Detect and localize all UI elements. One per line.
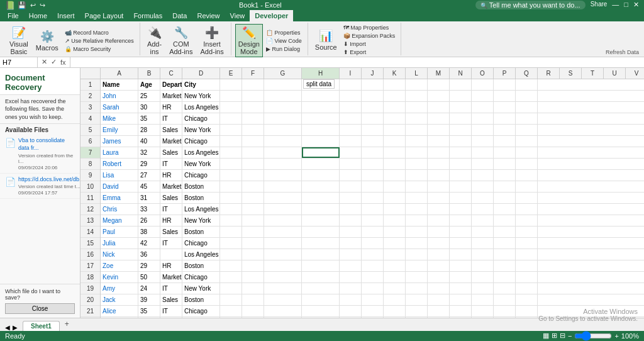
record-macro-button[interactable]: 📹 Record Macro (63, 29, 136, 36)
cell-13-C[interactable]: HR (160, 215, 182, 226)
cell-21-O[interactable] (472, 306, 494, 316)
cell-5-F[interactable] (242, 125, 264, 135)
cell-16-F[interactable] (242, 249, 264, 260)
run-dialog-button[interactable]: ▶ Run Dialog (264, 45, 304, 53)
cell-4-F[interactable] (242, 113, 264, 124)
cell-3-Q[interactable] (516, 102, 538, 113)
cell-8-E[interactable] (220, 159, 242, 169)
tab-home[interactable]: Home (24, 10, 52, 21)
col-F[interactable]: F (242, 68, 264, 79)
cell-22-G[interactable] (264, 317, 302, 318)
cell-21-A[interactable]: Alice (101, 306, 138, 316)
cell-17-K[interactable] (384, 260, 406, 271)
cell-12-M[interactable] (428, 204, 450, 215)
cell-8-J[interactable] (362, 159, 384, 169)
cell-12-F[interactable] (242, 204, 264, 215)
cell-16-C[interactable] (160, 249, 182, 260)
cell-17-Q[interactable] (516, 260, 538, 271)
cell-16-M[interactable] (428, 249, 450, 260)
cell-20-J[interactable] (362, 294, 384, 305)
cell-16-G[interactable] (264, 249, 302, 260)
cell-1-B[interactable]: Age (138, 79, 160, 90)
cell-17-N[interactable] (450, 260, 472, 271)
cell-7-N[interactable] (450, 147, 472, 158)
col-U[interactable]: U (604, 68, 626, 79)
cell-9-A[interactable]: Lisa (101, 170, 138, 181)
cell-20-H[interactable] (302, 294, 340, 305)
cell-9-D[interactable]: Chicago (182, 170, 220, 181)
cell-11-L[interactable] (406, 193, 428, 203)
tab-view[interactable]: View (225, 10, 250, 21)
cell-20-B[interactable]: 39 (138, 294, 160, 305)
cell-9-N[interactable] (450, 170, 472, 181)
cell-11-O[interactable] (472, 193, 494, 203)
cell-12-D[interactable]: Los Angeles (182, 204, 220, 215)
cell-16-H[interactable] (302, 249, 340, 260)
cell-22-A[interactable]: Hannah (101, 317, 138, 318)
col-V[interactable]: V (626, 68, 644, 79)
cell-20-P[interactable] (494, 294, 516, 305)
cell-18-D[interactable]: Chicago (182, 272, 220, 282)
cell-15-J[interactable] (362, 238, 384, 249)
cell-9-E[interactable] (220, 170, 242, 181)
cell-13-H[interactable] (302, 215, 340, 226)
cell-3-N[interactable] (450, 102, 472, 113)
sheet-tab-sheet1[interactable]: Sheet1 (23, 321, 60, 331)
cell-19-M[interactable] (428, 283, 450, 294)
cell-12-C[interactable]: IT (160, 204, 182, 215)
cell-4-E[interactable] (220, 113, 242, 124)
col-T[interactable]: T (582, 68, 604, 79)
cell-21-C[interactable]: IT (160, 306, 182, 316)
cell-18-J[interactable] (362, 272, 384, 282)
cell-10-O[interactable] (472, 181, 494, 192)
cell-20-D[interactable]: Boston (182, 294, 220, 305)
cell-15-A[interactable]: Julia (101, 238, 138, 249)
cell-1-E[interactable] (220, 79, 242, 90)
com-add-ins-button[interactable]: 🔧 COMAdd-ins (166, 24, 196, 57)
cell-19-B[interactable]: 24 (138, 283, 160, 294)
cancel-formula-icon[interactable]: ✕ (40, 58, 48, 66)
cell-3-K[interactable] (384, 102, 406, 113)
cell-17-I[interactable] (340, 260, 362, 271)
cell-15-E[interactable] (220, 238, 242, 249)
cell-11-N[interactable] (450, 193, 472, 203)
cell-7-G[interactable] (264, 147, 302, 158)
cell-16-Q[interactable] (516, 249, 538, 260)
cell-20-Q[interactable] (516, 294, 538, 305)
cell-16-P[interactable] (494, 249, 516, 260)
cell-17-P[interactable] (494, 260, 516, 271)
cell-7-Q[interactable] (516, 147, 538, 158)
cell-10-A[interactable]: David (101, 181, 138, 192)
cell-2-J[interactable] (362, 91, 384, 101)
cell-1-I[interactable] (340, 79, 362, 90)
cell-9-K[interactable] (384, 170, 406, 181)
cell-12-I[interactable] (340, 204, 362, 215)
cell-18-C[interactable]: Marketing (160, 272, 182, 282)
cell-11-C[interactable]: Sales (160, 193, 182, 203)
cell-2-E[interactable] (220, 91, 242, 101)
cell-20-N[interactable] (450, 294, 472, 305)
tab-data[interactable]: Data (167, 10, 192, 21)
cell-22-D[interactable]: New York (182, 317, 220, 318)
cell-17-M[interactable] (428, 260, 450, 271)
cell-9-M[interactable] (428, 170, 450, 181)
cell-20-F[interactable] (242, 294, 264, 305)
cell-8-A[interactable]: Robert (101, 159, 138, 169)
redo-quick[interactable]: ↪ (40, 1, 45, 9)
cell-19-L[interactable] (406, 283, 428, 294)
cell-12-B[interactable]: 33 (138, 204, 160, 215)
cell-15-D[interactable]: Chicago (182, 238, 220, 249)
cell-20-E[interactable] (220, 294, 242, 305)
cell-10-B[interactable]: 45 (138, 181, 160, 192)
cell-19-J[interactable] (362, 283, 384, 294)
cell-13-E[interactable] (220, 215, 242, 226)
cell-3-B[interactable]: 30 (138, 102, 160, 113)
cell-6-J[interactable] (362, 136, 384, 147)
cell-20-G[interactable] (264, 294, 302, 305)
add-ins-button[interactable]: 🔌 Add-ins (144, 24, 165, 57)
cell-5-M[interactable] (428, 125, 450, 135)
cell-11-E[interactable] (220, 193, 242, 203)
cell-1-Q[interactable] (516, 79, 538, 90)
cell-19-D[interactable]: New York (182, 283, 220, 294)
export-button[interactable]: ⬆ Export (341, 48, 397, 56)
